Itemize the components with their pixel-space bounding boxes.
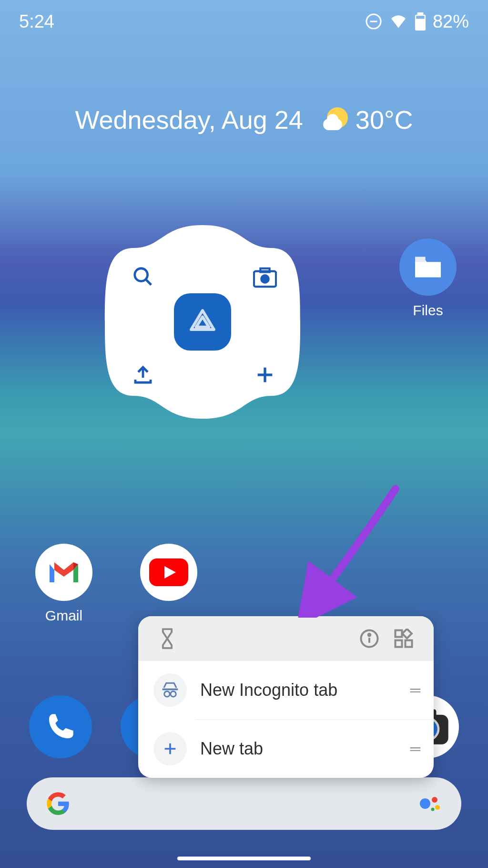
svg-rect-12 [415, 257, 426, 262]
svg-point-38 [431, 808, 435, 811]
dnd-icon [365, 13, 382, 30]
drive-widget[interactable] [100, 219, 305, 424]
svg-point-22 [171, 691, 176, 696]
status-time: 5:24 [19, 11, 54, 32]
svg-rect-20 [402, 629, 412, 639]
temperature-text: 30°C [356, 105, 413, 134]
widgets-icon[interactable] [394, 629, 414, 649]
svg-point-35 [420, 798, 430, 809]
shortcut-incognito[interactable]: New Incognito tab ═ [138, 661, 434, 719]
svg-point-21 [164, 691, 170, 696]
svg-rect-4 [416, 16, 424, 19]
svg-point-16 [368, 634, 371, 636]
svg-point-9 [261, 275, 268, 282]
youtube-icon [149, 558, 188, 586]
gmail-icon [47, 559, 81, 585]
drag-handle-icon[interactable]: ═ [410, 682, 418, 698]
phone-app[interactable] [29, 695, 92, 758]
files-app[interactable]: Files [395, 238, 461, 319]
shortcut-newtab[interactable]: New tab ═ [138, 720, 434, 778]
status-bar: 5:24 82% [0, 0, 488, 43]
svg-rect-18 [396, 641, 402, 647]
battery-percent: 82% [433, 11, 469, 32]
shortcut-label: New Incognito tab [200, 680, 397, 700]
popup-header [138, 616, 434, 661]
date-text: Wednesday, Aug 24 [75, 105, 303, 134]
chrome-shortcut-popup: New Incognito tab ═ New tab ═ [138, 616, 434, 778]
annotation-arrow [286, 484, 410, 618]
gmail-label: Gmail [30, 608, 97, 624]
battery-icon [415, 12, 426, 31]
svg-point-5 [135, 269, 148, 281]
plus-icon[interactable] [252, 362, 278, 388]
gmail-app[interactable]: Gmail [30, 544, 97, 624]
drive-icon[interactable] [174, 293, 231, 351]
youtube-app[interactable] [135, 544, 202, 608]
folder-icon [412, 254, 444, 280]
phone-icon [45, 712, 76, 742]
assistant-icon[interactable] [418, 793, 442, 814]
weather-block[interactable]: 30°C [323, 105, 413, 134]
camera-icon[interactable] [252, 264, 278, 291]
weather-icon [323, 106, 350, 133]
status-right: 82% [365, 11, 469, 32]
svg-point-36 [432, 797, 437, 803]
wifi-icon [389, 13, 408, 30]
at-a-glance-widget[interactable]: Wednesday, Aug 24 30°C [0, 105, 488, 134]
search-icon[interactable] [130, 263, 156, 290]
svg-rect-2 [417, 12, 424, 15]
info-icon[interactable] [359, 629, 379, 649]
svg-line-6 [146, 279, 152, 285]
files-label: Files [395, 302, 461, 319]
upload-icon[interactable] [130, 362, 156, 388]
google-g-icon [46, 791, 71, 816]
gesture-nav-pill[interactable] [177, 857, 311, 860]
google-search-bar[interactable] [27, 777, 461, 830]
plus-icon [162, 741, 178, 757]
shortcut-label: New tab [200, 739, 397, 759]
svg-point-37 [435, 805, 440, 810]
incognito-icon [161, 682, 180, 699]
hourglass-icon[interactable] [158, 628, 176, 650]
svg-rect-19 [406, 641, 412, 647]
drag-handle-icon[interactable]: ═ [410, 741, 418, 757]
